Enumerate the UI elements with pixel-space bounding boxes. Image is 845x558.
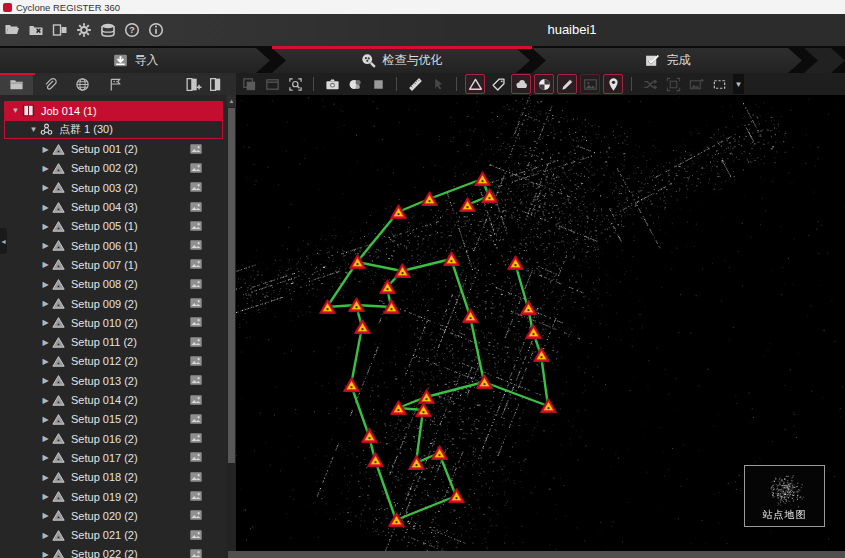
tree-caret-icon[interactable]: ▶ bbox=[40, 531, 51, 540]
sidebar-tab-paperclip[interactable] bbox=[33, 73, 66, 95]
tree-caret-icon[interactable]: ▶ bbox=[40, 434, 51, 443]
setup-marker[interactable] bbox=[459, 197, 476, 213]
tree-item-setup-007-1[interactable]: ▶Setup 007 (1) bbox=[0, 255, 227, 274]
setup-marker[interactable] bbox=[379, 279, 396, 295]
tree-item-setup-002-2[interactable]: ▶Setup 002 (2) bbox=[0, 159, 227, 178]
setup-marker[interactable] bbox=[383, 299, 400, 315]
tree-item-setup-017-2[interactable]: ▶Setup 017 (2) bbox=[0, 448, 227, 467]
tree-caret-icon[interactable]: ▶ bbox=[40, 299, 51, 308]
setup-thumbnail-button[interactable] bbox=[189, 412, 203, 426]
dropdown-caret-icon[interactable]: ▼ bbox=[733, 74, 744, 94]
tree-caret-icon[interactable]: ▶ bbox=[40, 511, 51, 520]
image-button[interactable] bbox=[580, 74, 600, 94]
setup-thumbnail-button[interactable] bbox=[189, 142, 203, 156]
tree-item-setup-016-2[interactable]: ▶Setup 016 (2) bbox=[0, 429, 227, 448]
setup-marker[interactable] bbox=[390, 204, 407, 220]
setup-thumbnail-button[interactable] bbox=[189, 431, 203, 445]
tree-item-setup-014-2[interactable]: ▶Setup 014 (2) bbox=[0, 391, 227, 410]
scrollbar-thumb[interactable] bbox=[228, 108, 235, 463]
setup-marker[interactable] bbox=[431, 445, 448, 461]
tree-item-setup-022-2[interactable]: ▶Setup 022 (2) bbox=[0, 545, 227, 558]
setup-marker[interactable] bbox=[481, 188, 498, 204]
tree-caret-icon[interactable]: ▶ bbox=[40, 415, 51, 424]
setup-marker[interactable] bbox=[361, 428, 378, 444]
import-project-button[interactable] bbox=[48, 17, 72, 43]
setup-thumbnail-button[interactable] bbox=[189, 354, 203, 368]
setup-marker[interactable] bbox=[448, 488, 465, 504]
tree-caret-icon[interactable]: ▶ bbox=[40, 357, 51, 366]
image-add-button[interactable] bbox=[686, 74, 706, 94]
setup-thumbnail-button[interactable] bbox=[189, 470, 203, 484]
setup-thumbnail-button[interactable] bbox=[189, 508, 203, 522]
measure-button[interactable] bbox=[405, 74, 425, 94]
tree-item-setup-011-2[interactable]: ▶Setup 011 (2) bbox=[0, 333, 227, 352]
setup-marker[interactable] bbox=[367, 452, 384, 468]
setup-thumbnail-button[interactable] bbox=[189, 373, 203, 387]
tag-button[interactable] bbox=[488, 74, 508, 94]
tree-item-setup-003-2[interactable]: ▶Setup 003 (2) bbox=[0, 178, 227, 197]
select-rect-button[interactable] bbox=[709, 74, 729, 94]
tree-caret-icon[interactable]: ▶ bbox=[40, 145, 51, 154]
sidebar-collapse-handle[interactable]: ◄ bbox=[0, 228, 7, 254]
tree-item-1-30[interactable]: ▼点群 1 (30) bbox=[4, 120, 223, 139]
setup-marker[interactable] bbox=[520, 300, 537, 316]
tree-caret-icon[interactable]: ▶ bbox=[40, 376, 51, 385]
setup-thumbnail-button[interactable] bbox=[189, 335, 203, 349]
expand-button[interactable] bbox=[663, 74, 683, 94]
scrollbar-up-icon[interactable]: ▲ bbox=[227, 95, 236, 107]
tree-item-setup-009-2[interactable]: ▶Setup 009 (2) bbox=[0, 294, 227, 313]
close-project-button[interactable] bbox=[24, 17, 48, 43]
tree-item-setup-015-2[interactable]: ▶Setup 015 (2) bbox=[0, 410, 227, 429]
setup-thumbnail-button[interactable] bbox=[189, 200, 203, 214]
setup-marker[interactable] bbox=[443, 251, 460, 267]
tab-finish[interactable]: 完成 bbox=[532, 48, 802, 73]
setup-marker[interactable] bbox=[533, 347, 550, 363]
setup-marker[interactable] bbox=[507, 255, 524, 271]
setup-marker[interactable] bbox=[525, 324, 542, 340]
sidebar-tab-globe[interactable] bbox=[66, 73, 99, 95]
tree-caret-icon[interactable]: ▶ bbox=[40, 396, 51, 405]
add-job-button[interactable] bbox=[184, 75, 203, 94]
tree-caret-icon[interactable]: ▶ bbox=[40, 183, 51, 192]
setup-thumbnail-button[interactable] bbox=[189, 277, 203, 291]
sidebar-scrollbar[interactable]: ▲ bbox=[227, 95, 236, 558]
setup-marker[interactable] bbox=[476, 374, 493, 390]
jobs-panel-button[interactable] bbox=[207, 75, 226, 94]
tree-caret-icon[interactable]: ▶ bbox=[40, 222, 51, 231]
pencil-button[interactable] bbox=[557, 74, 577, 94]
window-button[interactable] bbox=[262, 74, 282, 94]
map-viewport[interactable]: 站点地图 bbox=[236, 95, 845, 551]
tree-caret-icon[interactable]: ▶ bbox=[40, 203, 51, 212]
setup-thumbnail-button[interactable] bbox=[189, 393, 203, 407]
triangle-marker-button[interactable] bbox=[465, 74, 485, 94]
camera-button[interactable] bbox=[322, 74, 342, 94]
tab-import[interactable]: 导入 bbox=[0, 48, 270, 73]
tree-caret-icon[interactable]: ▼ bbox=[28, 125, 39, 134]
setup-thumbnail-button[interactable] bbox=[189, 219, 203, 233]
tree-caret-icon[interactable]: ▶ bbox=[40, 473, 51, 482]
pointer-button[interactable] bbox=[428, 74, 448, 94]
tree-caret-icon[interactable]: ▶ bbox=[40, 492, 51, 501]
setup-thumbnail-button[interactable] bbox=[189, 257, 203, 271]
setup-marker[interactable] bbox=[394, 263, 411, 279]
tree-caret-icon[interactable]: ▶ bbox=[40, 280, 51, 289]
zoom-selection-button[interactable] bbox=[285, 74, 305, 94]
sidebar-tab-folder-tab[interactable] bbox=[0, 73, 33, 95]
info-button[interactable] bbox=[144, 17, 168, 43]
storage-button[interactable] bbox=[96, 17, 120, 43]
tree-item-setup-019-2[interactable]: ▶Setup 019 (2) bbox=[0, 487, 227, 506]
cloud-button[interactable] bbox=[511, 74, 531, 94]
setup-thumbnail-button[interactable] bbox=[189, 489, 203, 503]
setup-marker[interactable] bbox=[462, 308, 479, 324]
copy-button[interactable] bbox=[239, 74, 259, 94]
sidebar-tab-flag[interactable] bbox=[99, 73, 132, 95]
tree-caret-icon[interactable]: ▶ bbox=[40, 550, 51, 558]
shuffle-button[interactable] bbox=[640, 74, 660, 94]
tree-item-setup-004-3[interactable]: ▶Setup 004 (3) bbox=[0, 198, 227, 217]
setup-thumbnail-button[interactable] bbox=[189, 450, 203, 464]
colors-button[interactable] bbox=[345, 74, 365, 94]
tree-caret-icon[interactable]: ▶ bbox=[40, 164, 51, 173]
setup-marker[interactable] bbox=[354, 319, 371, 335]
tree-item-setup-006-1[interactable]: ▶Setup 006 (1) bbox=[0, 236, 227, 255]
setup-marker[interactable] bbox=[408, 455, 425, 471]
